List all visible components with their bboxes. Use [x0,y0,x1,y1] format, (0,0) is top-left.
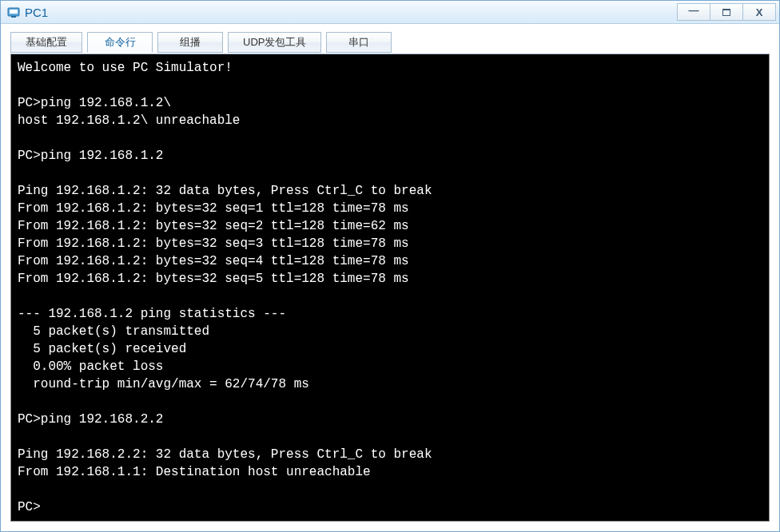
app-window: PC1 — X 基础配置 命令行 组播 UDP发包工具 [0,0,780,532]
tab-label: 串口 [348,35,369,50]
titlebar[interactable]: PC1 — X [1,1,779,24]
app-icon [7,6,20,18]
close-icon: X [756,6,763,18]
svg-rect-1 [10,10,18,14]
tab-serial-port[interactable]: 串口 [326,32,392,53]
tab-command-line[interactable]: 命令行 [87,32,153,53]
content-area: 基础配置 命令行 组播 UDP发包工具 串口 Welcome to use PC… [1,24,779,531]
tab-label: 组播 [180,35,201,50]
tab-label: 基础配置 [26,35,67,50]
close-button[interactable]: X [742,3,776,21]
minimize-button[interactable]: — [677,3,710,21]
tab-label: 命令行 [105,35,136,50]
tab-udp-tool[interactable]: UDP发包工具 [228,32,321,53]
terminal[interactable]: Welcome to use PC Simulator! PC>ping 192… [10,54,770,522]
terminal-output: Welcome to use PC Simulator! PC>ping 192… [18,59,762,516]
window-controls: — X [677,3,776,21]
tab-multicast[interactable]: 组播 [157,32,223,53]
svg-rect-2 [11,16,16,18]
tab-basic-config[interactable]: 基础配置 [10,32,82,53]
maximize-icon [722,9,730,16]
tab-bar: 基础配置 命令行 组播 UDP发包工具 串口 [10,32,770,53]
tab-label: UDP发包工具 [243,35,306,50]
window-title: PC1 [25,6,677,19]
maximize-button[interactable] [710,3,743,21]
minimize-icon: — [689,4,699,16]
